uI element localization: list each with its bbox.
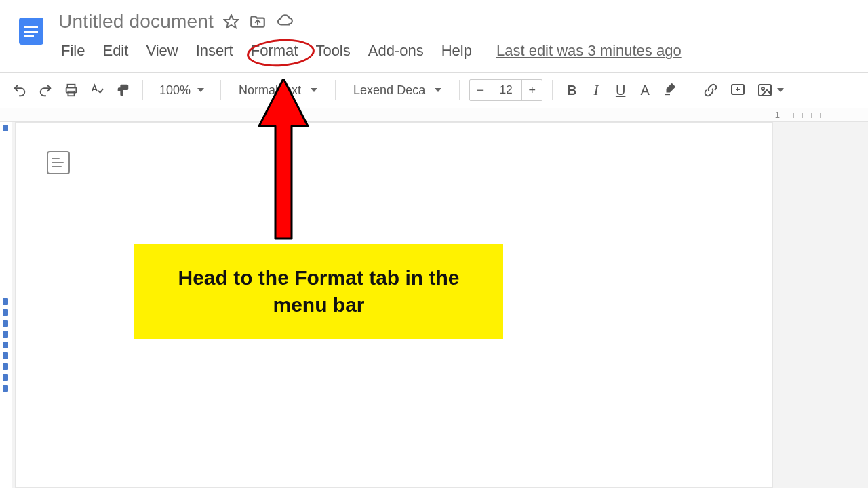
font-family-value: Lexend Deca (353, 83, 425, 98)
svg-marker-4 (224, 15, 238, 28)
svg-point-10 (762, 87, 764, 90)
toolbar-separator (690, 80, 690, 100)
chevron-down-icon (435, 88, 441, 92)
horizontal-ruler[interactable]: 1 (0, 108, 868, 122)
outline-toggle-icon[interactable] (47, 151, 70, 174)
paragraph-style-select[interactable]: Normal text (231, 83, 326, 98)
font-size-decrease-button[interactable]: − (470, 80, 490, 100)
svg-rect-9 (759, 85, 771, 96)
underline-button[interactable]: U (611, 79, 630, 102)
svg-rect-3 (24, 35, 34, 37)
font-family-select[interactable]: Lexend Deca (345, 83, 450, 98)
star-icon[interactable] (223, 14, 239, 30)
add-comment-button[interactable] (727, 79, 749, 102)
print-button[interactable] (61, 79, 81, 102)
toolbar-separator (335, 80, 336, 100)
toolbar-separator (552, 80, 553, 100)
paragraph-style-value: Normal text (239, 83, 301, 98)
toolbar-separator (220, 80, 221, 100)
ruler-mark: 1 (775, 110, 780, 120)
instruction-callout: Head to the Format tab in the menu bar (134, 244, 503, 339)
chevron-down-icon (311, 88, 317, 92)
menu-addons[interactable]: Add-ons (366, 41, 427, 61)
instruction-text: Head to the Format tab in the menu bar (159, 264, 479, 319)
undo-button[interactable] (9, 79, 30, 102)
font-size-increase-button[interactable]: + (521, 80, 542, 100)
zoom-value: 100% (159, 83, 191, 98)
title-row: Untitled document (58, 11, 684, 33)
menu-format[interactable]: Format (248, 41, 301, 61)
toolbar-separator (459, 80, 460, 100)
cloud-status-icon[interactable] (276, 13, 294, 30)
spellcheck-button[interactable] (87, 79, 107, 102)
insert-image-button[interactable] (754, 79, 787, 102)
italic-button[interactable]: I (587, 79, 606, 102)
menu-bar: File Edit View Insert Format Tools Add-o… (58, 41, 684, 61)
text-color-button[interactable]: A (635, 79, 654, 102)
last-edit-link[interactable]: Last edit was 3 minutes ago (494, 41, 684, 61)
docs-logo-icon[interactable] (14, 14, 49, 49)
redo-button[interactable] (35, 79, 56, 102)
toolbar: 100% Normal text Lexend Deca − 12 + B I … (0, 72, 868, 108)
menu-help[interactable]: Help (439, 41, 475, 61)
svg-rect-1 (24, 26, 38, 28)
zoom-select[interactable]: 100% (153, 83, 211, 98)
vertical-ruler[interactable] (0, 122, 12, 488)
menu-insert[interactable]: Insert (193, 41, 236, 61)
svg-rect-2 (24, 30, 38, 33)
document-title[interactable]: Untitled document (58, 11, 214, 33)
paint-format-button[interactable] (113, 79, 133, 102)
insert-link-button[interactable] (700, 79, 722, 102)
highlight-color-button[interactable] (660, 79, 680, 102)
menu-view[interactable]: View (143, 41, 180, 61)
menu-edit[interactable]: Edit (100, 41, 131, 61)
move-folder-icon[interactable] (249, 13, 267, 30)
chevron-down-icon (777, 88, 784, 92)
font-size-stepper: − 12 + (469, 79, 542, 101)
toolbar-separator (142, 80, 143, 100)
menu-file[interactable]: File (58, 41, 87, 61)
bold-button[interactable]: B (562, 79, 581, 102)
menu-tools[interactable]: Tools (313, 41, 353, 61)
chevron-down-icon (197, 88, 204, 92)
header: Untitled document File Edit View Insert … (0, 0, 868, 61)
ruler-ticks (793, 113, 821, 118)
font-size-value[interactable]: 12 (490, 83, 521, 97)
